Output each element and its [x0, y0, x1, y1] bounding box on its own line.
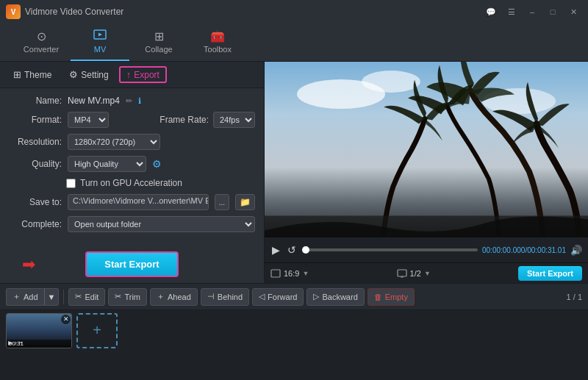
scale-group: 1/2 ▼ — [397, 268, 431, 279]
close-button[interactable]: ✕ — [564, 4, 582, 19]
gpu-label: Turn on GPU Acceleration — [80, 178, 182, 188]
backward-icon: ▷ — [313, 292, 319, 301]
add-media-button[interactable]: + — [76, 313, 118, 348]
gpu-row: Turn on GPU Acceleration — [9, 178, 255, 188]
screen-icon — [397, 268, 407, 279]
ratio-icon — [270, 268, 281, 279]
add-icon: ＋ — [12, 291, 21, 302]
info-icon[interactable]: ℹ — [138, 96, 141, 106]
theme-label: Theme — [24, 70, 51, 80]
thumb-play-icon: ▶ — [8, 340, 12, 346]
time-display: 00:00:00.000/00:00:31.01 — [482, 246, 566, 254]
export-label: Export — [134, 70, 159, 80]
left-panel: ⊞ Theme ⚙ Setting ↑ Export Name: New MV.… — [0, 62, 265, 283]
behind-icon: ⊣ — [207, 292, 215, 301]
save-path-display: C:\Vidmore\Vidmore V...onverter\MV Expor… — [68, 194, 209, 210]
path-dots-button[interactable]: ... — [215, 194, 229, 210]
name-label: Name: — [9, 96, 62, 106]
empty-button[interactable]: 🗑 Empty — [368, 288, 415, 306]
quality-select[interactable]: High QualityMedium QualityLow Quality — [68, 156, 146, 172]
menu-button[interactable]: ☰ — [503, 4, 520, 19]
tab-converter[interactable]: ⊙ Converter — [12, 26, 71, 61]
chat-button[interactable]: 💬 — [482, 4, 500, 19]
add-button[interactable]: ＋ Add — [6, 288, 44, 306]
save-to-row: Save to: C:\Vidmore\Vidmore V...onverter… — [9, 194, 255, 210]
thumb-close-button[interactable]: ✕ — [61, 315, 71, 324]
scale-chevron[interactable]: ▼ — [424, 270, 431, 277]
app-title: Vidmore Video Converter — [25, 7, 123, 17]
separator-1 — [63, 290, 64, 304]
gpu-checkbox[interactable] — [66, 179, 76, 188]
export-btn-area: ➡ Start Export — [0, 251, 264, 277]
resolution-select[interactable]: 1280x720 (720p)1920x1080 (1080p)854x480 … — [68, 134, 160, 150]
logo-text: V — [11, 8, 16, 16]
setting-button[interactable]: ⚙ Setting — [62, 66, 115, 83]
tab-collage[interactable]: ⊞ Collage — [129, 26, 188, 61]
trim-label: Trim — [124, 293, 140, 301]
edit-button[interactable]: ✂ Edit — [68, 288, 105, 306]
volume-button[interactable]: 🔊 — [570, 245, 582, 256]
complete-label: Complete: — [9, 219, 62, 229]
minimize-button[interactable]: – — [523, 4, 541, 19]
edit-icon[interactable]: ✏ — [126, 96, 132, 106]
export-button-tab[interactable]: ↑ Export — [119, 66, 167, 83]
complete-row: Complete: Open output folderDo nothingSh… — [9, 216, 255, 232]
save-to-label: Save to: — [9, 197, 62, 207]
empty-icon: 🗑 — [374, 293, 382, 301]
progress-dot[interactable] — [302, 246, 309, 254]
nav-tabs: ⊙ Converter MV ⊞ Collage 🧰 Toolbox — [0, 24, 588, 62]
sub-nav: ⊞ Theme ⚙ Setting ↑ Export — [0, 62, 264, 88]
mv-icon — [93, 29, 107, 43]
ratio-chevron[interactable]: ▼ — [302, 270, 309, 277]
edit-icon: ✂ — [75, 292, 82, 301]
resolution-label: Resolution: — [9, 137, 62, 147]
toolbox-icon: 🧰 — [210, 29, 225, 43]
ahead-icon: ＋ — [157, 291, 165, 302]
start-export-button[interactable]: Start Export — [85, 251, 178, 277]
timeline: ✕ 00:31 ▶ ♪ ✂ + — [0, 309, 588, 351]
behind-button[interactable]: ⊣ Behind — [201, 288, 249, 306]
export-icon: ↑ — [126, 69, 132, 80]
thumb-icons: ▶ ♪ ✂ — [8, 340, 24, 346]
window-controls: 💬 ☰ – □ ✕ — [482, 4, 582, 19]
setting-label: Setting — [81, 70, 108, 80]
backward-button[interactable]: ▷ Backward — [306, 288, 364, 306]
forward-button[interactable]: ◁ Forward — [252, 288, 304, 306]
collage-icon: ⊞ — [154, 29, 164, 43]
theme-button[interactable]: ⊞ Theme — [6, 66, 59, 83]
maximize-button[interactable]: □ — [544, 4, 562, 19]
quality-row: Quality: High QualityMedium QualityLow Q… — [9, 156, 255, 172]
behind-label: Behind — [218, 293, 243, 301]
ahead-button[interactable]: ＋ Ahead — [150, 288, 198, 306]
add-btn-wrapper: ＋ Add ▼ — [6, 288, 59, 306]
tab-toolbox[interactable]: 🧰 Toolbox — [188, 26, 247, 61]
progress-bar[interactable] — [302, 248, 478, 251]
replay-button[interactable]: ↺ — [286, 243, 298, 257]
folder-button[interactable]: 📁 — [235, 194, 255, 210]
quality-gear-icon[interactable]: ⚙ — [152, 158, 162, 170]
play-button[interactable]: ▶ — [270, 243, 282, 257]
forward-icon: ◁ — [259, 292, 265, 301]
format-label: Format: — [9, 115, 62, 125]
complete-select[interactable]: Open output folderDo nothingShut down — [68, 216, 255, 232]
ratio-group: 16:9 ▼ — [270, 268, 309, 279]
thumb-edit-icon: ✂ — [18, 340, 24, 346]
theme-icon: ⊞ — [13, 69, 21, 80]
tab-mv[interactable]: MV — [71, 26, 129, 61]
forward-label: Forward — [268, 293, 297, 301]
backward-label: Backward — [322, 293, 357, 301]
right-panel: ▶ ↺ 00:00:00.000/00:00:31.01 🔊 16:9 ▼ 1/… — [265, 62, 588, 283]
name-row: Name: New MV.mp4 ✏ ℹ — [9, 96, 255, 106]
trim-button[interactable]: ✂ Trim — [108, 288, 147, 306]
frame-rate-select[interactable]: 24fps25fps30fps60fps — [213, 112, 255, 128]
video-bottom-bar: 16:9 ▼ 1/2 ▼ Start Export — [265, 262, 588, 283]
start-export-small-button[interactable]: Start Export — [518, 266, 582, 281]
empty-label: Empty — [385, 293, 408, 301]
format-select[interactable]: MP4MOVAVIMKV — [68, 112, 109, 128]
timeline-thumb-1: ✕ 00:31 ▶ ♪ ✂ — [6, 313, 72, 348]
converter-icon: ⊙ — [37, 29, 46, 43]
resolution-row: Resolution: 1280x720 (720p)1920x1080 (10… — [9, 134, 255, 150]
setting-icon: ⚙ — [69, 69, 78, 80]
export-form: Name: New MV.mp4 ✏ ℹ Format: MP4MOVAVIMK… — [0, 88, 264, 240]
add-dropdown-button[interactable]: ▼ — [44, 288, 60, 306]
